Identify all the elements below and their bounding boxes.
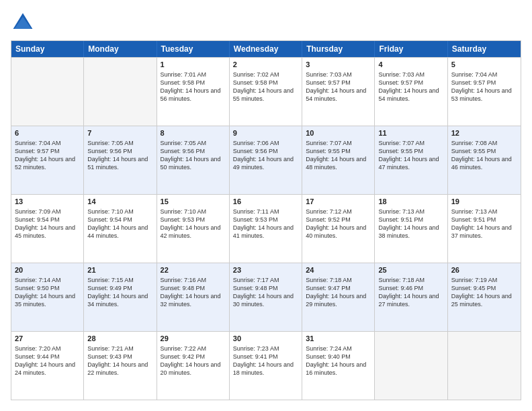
calendar-cell-10: 10Sunrise: 7:07 AM Sunset: 9:55 PM Dayli… — [302, 126, 375, 194]
calendar-cell-5: 5Sunrise: 7:04 AM Sunset: 9:57 PM Daylig… — [448, 58, 521, 126]
weekday-header-saturday: Saturday — [448, 41, 521, 57]
calendar-cell-7: 7Sunrise: 7:05 AM Sunset: 9:56 PM Daylig… — [84, 126, 157, 194]
weekday-header-friday: Friday — [375, 41, 447, 57]
cell-day-number: 17 — [306, 197, 371, 205]
cell-info: Sunrise: 7:03 AM Sunset: 9:57 PM Dayligh… — [378, 71, 443, 103]
calendar-row-1: 1Sunrise: 7:01 AM Sunset: 9:58 PM Daylig… — [11, 57, 521, 126]
calendar-cell-17: 17Sunrise: 7:12 AM Sunset: 9:52 PM Dayli… — [302, 195, 375, 263]
weekday-header-wednesday: Wednesday — [230, 41, 302, 57]
calendar-cell-30: 30Sunrise: 7:23 AM Sunset: 9:41 PM Dayli… — [230, 332, 302, 400]
cell-day-number: 3 — [306, 60, 371, 68]
cell-day-number: 11 — [378, 129, 443, 137]
calendar-cell-25: 25Sunrise: 7:18 AM Sunset: 9:46 PM Dayli… — [375, 263, 447, 331]
calendar-cell-12: 12Sunrise: 7:08 AM Sunset: 9:55 PM Dayli… — [448, 126, 521, 194]
calendar-cell-empty — [11, 58, 84, 126]
page: SundayMondayTuesdayWednesdayThursdayFrid… — [0, 0, 532, 411]
cell-day-number: 15 — [161, 197, 226, 205]
cell-day-number: 9 — [233, 129, 298, 137]
cell-info: Sunrise: 7:21 AM Sunset: 9:43 PM Dayligh… — [87, 345, 152, 377]
cell-info: Sunrise: 7:22 AM Sunset: 9:42 PM Dayligh… — [161, 345, 226, 377]
cell-day-number: 1 — [161, 60, 226, 68]
calendar-cell-2: 2Sunrise: 7:02 AM Sunset: 9:58 PM Daylig… — [230, 58, 302, 126]
calendar-cell-empty — [448, 332, 521, 400]
cell-info: Sunrise: 7:13 AM Sunset: 9:51 PM Dayligh… — [451, 208, 517, 240]
cell-day-number: 27 — [15, 334, 80, 342]
calendar-cell-26: 26Sunrise: 7:19 AM Sunset: 9:45 PM Dayli… — [448, 263, 521, 331]
calendar-cell-9: 9Sunrise: 7:06 AM Sunset: 9:56 PM Daylig… — [230, 126, 302, 194]
calendar-cell-6: 6Sunrise: 7:04 AM Sunset: 9:57 PM Daylig… — [11, 126, 84, 194]
calendar-cell-3: 3Sunrise: 7:03 AM Sunset: 9:57 PM Daylig… — [302, 58, 375, 126]
calendar-cell-19: 19Sunrise: 7:13 AM Sunset: 9:51 PM Dayli… — [448, 195, 521, 263]
cell-info: Sunrise: 7:16 AM Sunset: 9:48 PM Dayligh… — [161, 276, 226, 309]
calendar-cell-14: 14Sunrise: 7:10 AM Sunset: 9:54 PM Dayli… — [84, 195, 157, 263]
calendar-cell-empty — [84, 58, 157, 126]
cell-info: Sunrise: 7:04 AM Sunset: 9:57 PM Dayligh… — [15, 139, 80, 172]
calendar-cell-13: 13Sunrise: 7:09 AM Sunset: 9:54 PM Dayli… — [11, 195, 84, 263]
cell-day-number: 10 — [306, 129, 371, 137]
cell-info: Sunrise: 7:13 AM Sunset: 9:51 PM Dayligh… — [378, 208, 443, 240]
cell-day-number: 24 — [306, 266, 371, 274]
weekday-header-tuesday: Tuesday — [157, 41, 230, 57]
calendar-cell-8: 8Sunrise: 7:05 AM Sunset: 9:56 PM Daylig… — [157, 126, 230, 194]
cell-day-number: 4 — [378, 60, 443, 68]
cell-info: Sunrise: 7:05 AM Sunset: 9:56 PM Dayligh… — [161, 139, 226, 172]
cell-day-number: 14 — [87, 197, 152, 205]
cell-day-number: 8 — [161, 129, 226, 137]
cell-day-number: 16 — [233, 197, 298, 205]
cell-info: Sunrise: 7:10 AM Sunset: 9:54 PM Dayligh… — [87, 208, 152, 240]
calendar-cell-20: 20Sunrise: 7:14 AM Sunset: 9:50 PM Dayli… — [11, 263, 84, 331]
cell-day-number: 29 — [161, 334, 226, 342]
cell-day-number: 6 — [15, 129, 80, 137]
cell-info: Sunrise: 7:09 AM Sunset: 9:54 PM Dayligh… — [15, 208, 80, 240]
calendar-cell-31: 31Sunrise: 7:24 AM Sunset: 9:40 PM Dayli… — [302, 332, 375, 400]
cell-day-number: 5 — [451, 60, 517, 68]
cell-day-number: 13 — [15, 197, 80, 205]
calendar-body: 1Sunrise: 7:01 AM Sunset: 9:58 PM Daylig… — [11, 57, 521, 400]
cell-day-number: 7 — [87, 129, 152, 137]
calendar-cell-4: 4Sunrise: 7:03 AM Sunset: 9:57 PM Daylig… — [375, 58, 447, 126]
calendar-cell-18: 18Sunrise: 7:13 AM Sunset: 9:51 PM Dayli… — [375, 195, 447, 263]
cell-info: Sunrise: 7:15 AM Sunset: 9:49 PM Dayligh… — [87, 276, 152, 309]
cell-info: Sunrise: 7:06 AM Sunset: 9:56 PM Dayligh… — [233, 139, 298, 172]
cell-info: Sunrise: 7:20 AM Sunset: 9:44 PM Dayligh… — [15, 345, 80, 377]
cell-day-number: 28 — [87, 334, 152, 342]
cell-day-number: 23 — [233, 266, 298, 274]
cell-day-number: 22 — [161, 266, 226, 274]
calendar-row-4: 20Sunrise: 7:14 AM Sunset: 9:50 PM Dayli… — [11, 263, 521, 331]
cell-day-number: 18 — [378, 197, 443, 205]
cell-info: Sunrise: 7:18 AM Sunset: 9:47 PM Dayligh… — [306, 276, 371, 309]
calendar: SundayMondayTuesdayWednesdayThursdayFrid… — [11, 40, 521, 400]
cell-day-number: 30 — [233, 334, 298, 342]
calendar-cell-11: 11Sunrise: 7:07 AM Sunset: 9:55 PM Dayli… — [375, 126, 447, 194]
calendar-cell-27: 27Sunrise: 7:20 AM Sunset: 9:44 PM Dayli… — [11, 332, 84, 400]
calendar-cell-empty — [375, 332, 447, 400]
logo-icon — [11, 11, 35, 35]
weekday-header-thursday: Thursday — [302, 41, 375, 57]
calendar-header: SundayMondayTuesdayWednesdayThursdayFrid… — [11, 41, 521, 57]
weekday-header-sunday: Sunday — [11, 41, 84, 57]
calendar-cell-29: 29Sunrise: 7:22 AM Sunset: 9:42 PM Dayli… — [157, 332, 230, 400]
calendar-cell-24: 24Sunrise: 7:18 AM Sunset: 9:47 PM Dayli… — [302, 263, 375, 331]
cell-day-number: 26 — [451, 266, 517, 274]
cell-info: Sunrise: 7:05 AM Sunset: 9:56 PM Dayligh… — [87, 139, 152, 172]
weekday-header-monday: Monday — [84, 41, 157, 57]
header — [11, 11, 521, 35]
cell-info: Sunrise: 7:10 AM Sunset: 9:53 PM Dayligh… — [161, 208, 226, 240]
cell-info: Sunrise: 7:11 AM Sunset: 9:53 PM Dayligh… — [233, 208, 298, 240]
calendar-row-5: 27Sunrise: 7:20 AM Sunset: 9:44 PM Dayli… — [11, 331, 521, 400]
cell-info: Sunrise: 7:07 AM Sunset: 9:55 PM Dayligh… — [306, 139, 371, 172]
cell-info: Sunrise: 7:17 AM Sunset: 9:48 PM Dayligh… — [233, 276, 298, 309]
cell-info: Sunrise: 7:12 AM Sunset: 9:52 PM Dayligh… — [306, 208, 371, 240]
cell-info: Sunrise: 7:02 AM Sunset: 9:58 PM Dayligh… — [233, 71, 298, 103]
calendar-cell-16: 16Sunrise: 7:11 AM Sunset: 9:53 PM Dayli… — [230, 195, 302, 263]
cell-info: Sunrise: 7:19 AM Sunset: 9:45 PM Dayligh… — [451, 276, 517, 309]
calendar-cell-23: 23Sunrise: 7:17 AM Sunset: 9:48 PM Dayli… — [230, 263, 302, 331]
cell-info: Sunrise: 7:04 AM Sunset: 9:57 PM Dayligh… — [451, 71, 517, 103]
calendar-cell-21: 21Sunrise: 7:15 AM Sunset: 9:49 PM Dayli… — [84, 263, 157, 331]
cell-info: Sunrise: 7:01 AM Sunset: 9:58 PM Dayligh… — [161, 71, 226, 103]
cell-info: Sunrise: 7:18 AM Sunset: 9:46 PM Dayligh… — [378, 276, 443, 309]
cell-day-number: 21 — [87, 266, 152, 274]
logo — [11, 11, 39, 35]
cell-day-number: 20 — [15, 266, 80, 274]
cell-day-number: 25 — [378, 266, 443, 274]
